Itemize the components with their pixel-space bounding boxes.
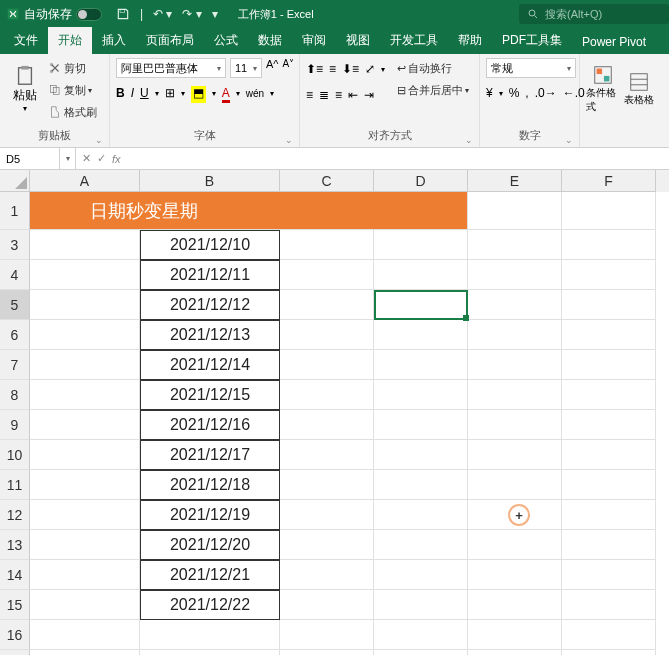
title-cell[interactable]: 日期秒变星期 (30, 192, 468, 230)
cell-A6[interactable] (30, 320, 140, 350)
row-header-7[interactable]: 7 (0, 350, 30, 380)
cell-B11[interactable]: 2021/12/18 (140, 470, 280, 500)
cell-A14[interactable] (30, 560, 140, 590)
cell-A16[interactable] (30, 620, 140, 650)
cell-E16[interactable] (468, 620, 562, 650)
name-box[interactable]: D5 (0, 148, 60, 169)
cell-C7[interactable] (280, 350, 374, 380)
cell-B4[interactable]: 2021/12/11 (140, 260, 280, 290)
cell-B17[interactable] (140, 650, 280, 655)
cell-A8[interactable] (30, 380, 140, 410)
cell-A9[interactable] (30, 410, 140, 440)
cell-E12[interactable] (468, 500, 562, 530)
col-header-E[interactable]: E (468, 170, 562, 192)
font-name-combo[interactable]: 阿里巴巴普惠体▾ (116, 58, 226, 78)
wrap-text-button[interactable]: ↩自动换行 (397, 58, 469, 78)
cell-E11[interactable] (468, 470, 562, 500)
cells-area[interactable]: 日期秒变星期2021/12/102021/12/112021/12/122021… (30, 192, 669, 655)
number-format-combo[interactable]: 常规▾ (486, 58, 576, 78)
decrease-indent-button[interactable]: ⇤ (348, 88, 358, 102)
col-header-D[interactable]: D (374, 170, 468, 192)
cell-C14[interactable] (280, 560, 374, 590)
cell-D9[interactable] (374, 410, 468, 440)
cell-C15[interactable] (280, 590, 374, 620)
cell-B14[interactable]: 2021/12/21 (140, 560, 280, 590)
align-middle-button[interactable]: ≡ (329, 62, 336, 76)
cell-F15[interactable] (562, 590, 656, 620)
cut-button[interactable]: 剪切 (48, 58, 97, 78)
decrease-font-button[interactable]: A˅ (283, 58, 295, 78)
cell-C12[interactable] (280, 500, 374, 530)
cell-C13[interactable] (280, 530, 374, 560)
fx-button[interactable]: fx (112, 153, 121, 165)
row-header-14[interactable]: 14 (0, 560, 30, 590)
cell-D4[interactable] (374, 260, 468, 290)
tab-开发工具[interactable]: 开发工具 (380, 27, 448, 54)
copy-button[interactable]: 复制▾ (48, 80, 97, 100)
cell-B10[interactable]: 2021/12/17 (140, 440, 280, 470)
cell-D5[interactable] (374, 290, 468, 320)
cell-C8[interactable] (280, 380, 374, 410)
save-icon[interactable] (116, 7, 130, 21)
cell-B3[interactable]: 2021/12/10 (140, 230, 280, 260)
tab-Power Pivot[interactable]: Power Pivot (572, 30, 656, 54)
align-right-button[interactable]: ≡ (335, 88, 342, 102)
tab-插入[interactable]: 插入 (92, 27, 136, 54)
phonetic-button[interactable]: wén (246, 88, 264, 99)
col-header-A[interactable]: A (30, 170, 140, 192)
col-header-C[interactable]: C (280, 170, 374, 192)
tab-审阅[interactable]: 审阅 (292, 27, 336, 54)
border-button[interactable]: ⊞ (165, 86, 175, 100)
cell-F11[interactable] (562, 470, 656, 500)
cell-E17[interactable] (468, 650, 562, 655)
tab-帮助[interactable]: 帮助 (448, 27, 492, 54)
cell-F6[interactable] (562, 320, 656, 350)
cell-C6[interactable] (280, 320, 374, 350)
cell-F8[interactable] (562, 380, 656, 410)
row-header-15[interactable]: 15 (0, 590, 30, 620)
cell-E13[interactable] (468, 530, 562, 560)
cell-B15[interactable]: 2021/12/22 (140, 590, 280, 620)
cell-C3[interactable] (280, 230, 374, 260)
accounting-format-button[interactable]: ¥ (486, 86, 493, 100)
font-color-button[interactable]: A (222, 86, 230, 100)
cell-E3[interactable] (468, 230, 562, 260)
cell-E7[interactable] (468, 350, 562, 380)
underline-button[interactable]: U (140, 86, 149, 100)
cell-D14[interactable] (374, 560, 468, 590)
cell-B5[interactable]: 2021/12/12 (140, 290, 280, 320)
comma-button[interactable]: , (525, 86, 528, 100)
row-header-1[interactable]: 1 (0, 192, 30, 230)
row-header-6[interactable]: 6 (0, 320, 30, 350)
col-header-F[interactable]: F (562, 170, 656, 192)
italic-button[interactable]: I (131, 86, 134, 100)
align-top-button[interactable]: ⬆≡ (306, 62, 323, 76)
cell-A7[interactable] (30, 350, 140, 380)
row-header-5[interactable]: 5 (0, 290, 30, 320)
cancel-formula-button[interactable]: ✕ (82, 152, 91, 165)
increase-decimal-button[interactable]: .0→ (535, 86, 557, 100)
cell-E10[interactable] (468, 440, 562, 470)
cell-A13[interactable] (30, 530, 140, 560)
cell-E1[interactable] (468, 192, 562, 230)
cell-A11[interactable] (30, 470, 140, 500)
tab-开始[interactable]: 开始 (48, 27, 92, 54)
cell-A17[interactable] (30, 650, 140, 655)
cell-A4[interactable] (30, 260, 140, 290)
cell-E9[interactable] (468, 410, 562, 440)
undo-button[interactable]: ↶ ▾ (153, 7, 172, 21)
row-header-11[interactable]: 11 (0, 470, 30, 500)
cell-B9[interactable]: 2021/12/16 (140, 410, 280, 440)
tab-PDF工具集[interactable]: PDF工具集 (492, 27, 572, 54)
cell-B6[interactable]: 2021/12/13 (140, 320, 280, 350)
row-header-10[interactable]: 10 (0, 440, 30, 470)
cell-C5[interactable] (280, 290, 374, 320)
cell-E4[interactable] (468, 260, 562, 290)
row-header-13[interactable]: 13 (0, 530, 30, 560)
tab-视图[interactable]: 视图 (336, 27, 380, 54)
align-left-button[interactable]: ≡ (306, 88, 313, 102)
cell-A3[interactable] (30, 230, 140, 260)
cell-D13[interactable] (374, 530, 468, 560)
cell-E5[interactable] (468, 290, 562, 320)
cell-C11[interactable] (280, 470, 374, 500)
